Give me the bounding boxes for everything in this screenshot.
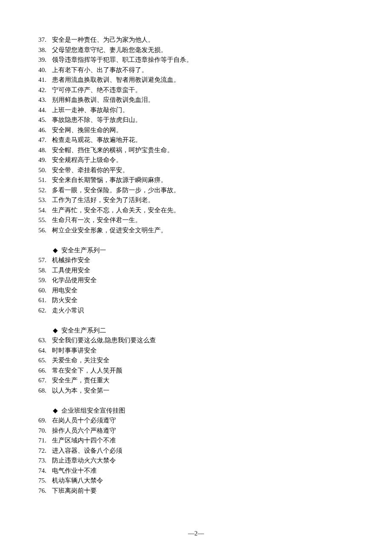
list-item-number: 65. bbox=[38, 356, 52, 366]
list-item: 71.生产区域内十四个不准 bbox=[38, 436, 354, 446]
list-item-text: 父母望您遵章守纪、妻儿盼您毫发无损。 bbox=[52, 46, 167, 53]
list-item: 63.安全我们要这么做,隐患我们要这么查 bbox=[38, 335, 354, 346]
list-item-text: 患者用流血换取教训、智者用教训避免流血。 bbox=[52, 76, 180, 83]
list-item-text: 化学品使用安全 bbox=[52, 277, 97, 283]
list-item: 69.在岗人员十个必须遵守 bbox=[38, 416, 354, 426]
list-item: 55.生命只有一次，安全伴君一生。 bbox=[38, 215, 354, 225]
list-item: 50.安全带、牵挂着你的平安。 bbox=[38, 165, 354, 176]
list-item-text: 安全带、牵挂着你的平安。 bbox=[52, 167, 129, 173]
list-item-text: 用电安全 bbox=[52, 287, 78, 294]
list-item-number: 60. bbox=[38, 286, 52, 296]
list-item-text: 安全来自长期警惕，事故源于瞬间麻痹。 bbox=[52, 176, 167, 183]
list-item-number: 51. bbox=[38, 175, 52, 185]
list-item-text: 安全网、挽留生命的网。 bbox=[52, 127, 122, 133]
list-item-text: 树立企业安全形象，促进安全文明生产。 bbox=[52, 227, 167, 234]
list-item-text: 操作人员六个严格遵守 bbox=[52, 427, 116, 434]
list-item-number: 46. bbox=[38, 125, 52, 136]
list-item: 49.安全规程高于上级命令。 bbox=[38, 155, 354, 165]
list-item: 59.化学品使用安全 bbox=[38, 275, 354, 286]
list-item-text: 安全生产，责任重大 bbox=[52, 377, 110, 384]
diamond-icon: ◆ bbox=[53, 326, 58, 336]
list-item: 42.宁可停工停产、绝不违章蛮干。 bbox=[38, 85, 354, 95]
list-item: 58.工具使用安全 bbox=[38, 266, 354, 276]
list-item: 41.患者用流血换取教训、智者用教训避免流血。 bbox=[38, 75, 354, 85]
list-item-text: 工作为了生活好，安全为了活到老。 bbox=[52, 197, 154, 203]
list-item-text: 上班一走神、事故敲你门。 bbox=[52, 107, 129, 113]
list-item-text: 宁可停工停产、绝不违章蛮干。 bbox=[52, 87, 141, 93]
list-item-number: 37. bbox=[38, 35, 52, 45]
section-2-items: 63.安全我们要这么做,隐患我们要这么查64.时时事事讲安全65.关爱生命，关注… bbox=[38, 335, 354, 396]
list-item: 40.上有老下有小、出了事故不得了。 bbox=[38, 65, 354, 75]
list-item: 46.安全网、挽留生命的网。 bbox=[38, 125, 354, 136]
section-3-items: 69.在岗人员十个必须遵守70.操作人员六个严格遵守71.生产区域内十四个不准7… bbox=[38, 416, 354, 496]
list-item-number: 47. bbox=[38, 135, 52, 145]
list-item-number: 59. bbox=[38, 275, 52, 286]
list-item: 48.安全帽、挡住飞来的横祸，呵护宝贵生命。 bbox=[38, 145, 354, 156]
list-item-number: 71. bbox=[38, 436, 52, 446]
list-item: 37.安全是一种责任、为己为家为他人。 bbox=[38, 35, 354, 45]
list-item-number: 49. bbox=[38, 155, 52, 165]
list-item-number: 39. bbox=[38, 55, 52, 65]
list-item: 73.防止违章动火六大禁令 bbox=[38, 456, 354, 466]
list-item-number: 62. bbox=[38, 306, 52, 316]
list-item-number: 68. bbox=[38, 386, 52, 396]
page-number: ―2― bbox=[0, 530, 392, 537]
list-item-text: 生产再忙，安全不忘，人命关天，安全在先。 bbox=[52, 207, 180, 214]
list-item: 68.以人为本，安全第一 bbox=[38, 386, 354, 396]
list-item-text: 检查走马观花、事故遍地开花。 bbox=[52, 136, 141, 143]
list-item: 76.下班离岗前十要 bbox=[38, 486, 354, 496]
list-item-text: 生命只有一次，安全伴君一生。 bbox=[52, 217, 141, 223]
list-item-number: 50. bbox=[38, 165, 52, 176]
list-block-1: 37.安全是一种责任、为己为家为他人。38.父母望您遵章守纪、妻儿盼您毫发无损。… bbox=[38, 35, 354, 235]
list-item: 53.工作为了生活好，安全为了活到老。 bbox=[38, 195, 354, 205]
section-heading-text: 企业班组安全宣传挂图 bbox=[61, 407, 125, 414]
list-item-text: 工具使用安全 bbox=[52, 267, 90, 274]
list-item-text: 安全我们要这么做,隐患我们要这么查 bbox=[52, 337, 156, 344]
list-item-number: 41. bbox=[38, 75, 52, 85]
list-item-text: 安全规程高于上级命令。 bbox=[52, 156, 122, 163]
list-item-number: 56. bbox=[38, 225, 52, 236]
diamond-icon: ◆ bbox=[53, 246, 58, 256]
section-heading: ◆ 安全生产系列二 bbox=[38, 326, 354, 336]
section-heading-text: 安全生产系列二 bbox=[61, 327, 106, 334]
list-item-text: 安全是一种责任、为己为家为他人。 bbox=[52, 36, 154, 43]
list-item-number: 63. bbox=[38, 335, 52, 346]
list-item: 74.电气作业十不准 bbox=[38, 466, 354, 476]
list-item-number: 42. bbox=[38, 85, 52, 95]
list-item-number: 70. bbox=[38, 426, 52, 436]
list-item-number: 38. bbox=[38, 45, 52, 55]
list-item-number: 67. bbox=[38, 376, 52, 386]
list-item: 51.安全来自长期警惕，事故源于瞬间麻痹。 bbox=[38, 175, 354, 185]
list-item: 60.用电安全 bbox=[38, 286, 354, 296]
section-1: ◆ 安全生产系列一 57.机械操作安全58.工具使用安全59.化学品使用安全60… bbox=[38, 246, 354, 316]
list-item-number: 73. bbox=[38, 456, 52, 466]
list-item-number: 52. bbox=[38, 185, 52, 196]
list-item-number: 43. bbox=[38, 95, 52, 105]
list-item-text: 进入容器、设备八个必须 bbox=[52, 447, 122, 454]
list-item: 44.上班一走神、事故敲你门。 bbox=[38, 105, 354, 116]
list-item-text: 机械操作安全 bbox=[52, 257, 90, 263]
list-item-text: 机动车辆八大禁令 bbox=[52, 477, 103, 484]
list-item-text: 走火小常识 bbox=[52, 307, 84, 314]
section-heading: ◆ 企业班组安全宣传挂图 bbox=[38, 406, 354, 416]
list-item-number: 75. bbox=[38, 476, 52, 486]
list-item-text: 常在安全下，人人笑开颜 bbox=[52, 367, 122, 374]
list-item-number: 45. bbox=[38, 115, 52, 125]
list-item-text: 安全帽、挡住飞来的横祸，呵护宝贵生命。 bbox=[52, 147, 173, 153]
list-item-text: 时时事事讲安全 bbox=[52, 347, 97, 354]
list-item: 54.生产再忙，安全不忘，人命关天，安全在先。 bbox=[38, 205, 354, 216]
section-2: ◆ 安全生产系列二 63.安全我们要这么做,隐患我们要这么查64.时时事事讲安全… bbox=[38, 326, 354, 396]
list-item-number: 64. bbox=[38, 346, 52, 356]
list-item: 38.父母望您遵章守纪、妻儿盼您毫发无损。 bbox=[38, 45, 354, 55]
list-item-text: 领导违章指挥等于犯罪、职工违章操作等于自杀。 bbox=[52, 56, 193, 63]
list-item-text: 别用鲜血换教训、应借教训免血泪。 bbox=[52, 96, 154, 103]
list-item: 52.多看一眼，安全保险。多防一步，少出事故。 bbox=[38, 185, 354, 196]
diamond-icon: ◆ bbox=[53, 406, 58, 416]
list-item: 67.安全生产，责任重大 bbox=[38, 376, 354, 386]
list-item-number: 54. bbox=[38, 205, 52, 216]
list-item-text: 下班离岗前十要 bbox=[52, 487, 97, 494]
list-item: 75.机动车辆八大禁令 bbox=[38, 476, 354, 486]
list-item: 72.进入容器、设备八个必须 bbox=[38, 446, 354, 456]
list-item-number: 66. bbox=[38, 366, 52, 376]
list-item: 70.操作人员六个严格遵守 bbox=[38, 426, 354, 436]
